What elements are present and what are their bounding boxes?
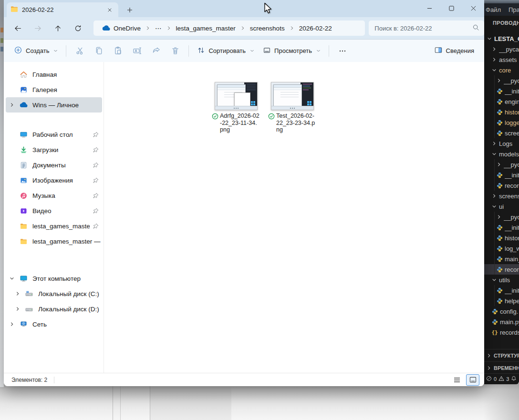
bell-icon[interactable] (511, 376, 517, 382)
chevron-down-icon (491, 204, 497, 209)
warnings-icon[interactable] (498, 376, 504, 382)
tree-folder[interactable]: utils (484, 275, 519, 285)
screen: ФайлПрав ПРОВОДН LESTA_GA __pycac assets… (0, 0, 519, 420)
search-input[interactable] (374, 24, 469, 32)
items-count: Элементов: 2 (11, 377, 47, 383)
maximize-button[interactable] (440, 0, 462, 16)
tree-file[interactable]: scree (484, 128, 519, 138)
breadcrumb-item[interactable]: screenshots (246, 23, 289, 33)
sidebar-item[interactable]: Изображения (6, 173, 102, 188)
chevron-right-icon[interactable] (11, 307, 24, 311)
sidebar-item[interactable]: Загрузки (6, 142, 102, 157)
copy-button[interactable] (89, 43, 108, 59)
details-pane-button[interactable]: Сведения (430, 43, 478, 58)
tree-folder[interactable]: Logs (484, 138, 519, 149)
create-button[interactable]: Создать (10, 43, 62, 59)
breadcrumb-item[interactable]: ⋯ (151, 23, 166, 33)
forward-button[interactable] (30, 20, 46, 36)
view-layout-icon (263, 46, 271, 56)
tab-close-icon[interactable] (105, 5, 114, 15)
vscode-window[interactable]: ФайлПрав ПРОВОДН LESTA_GA __pycac assets… (484, 0, 519, 384)
folder-contents[interactable]: Adrfg_2026-02-22_23-11-34.png Test_2026-… (104, 62, 484, 373)
more-options-button[interactable] (333, 43, 352, 59)
tree-folder[interactable]: __pycac (484, 44, 519, 54)
tree-folder[interactable]: ui (484, 201, 519, 212)
chevron-right-icon[interactable] (6, 322, 18, 327)
tree-folder[interactable]: LESTA_GA (484, 33, 519, 44)
sidebar-item[interactable]: lesta_games_master (6, 218, 102, 234)
errors-count[interactable]: 0 (494, 376, 497, 382)
tree-file[interactable]: histor (484, 233, 519, 243)
tree-folder[interactable]: __pyca (484, 212, 519, 222)
warnings-count[interactable]: 3 (506, 376, 509, 382)
search-box[interactable] (369, 20, 484, 36)
panel-section-header[interactable]: ВРЕМЕНН (484, 361, 519, 374)
tree-item-label: __init_ (505, 224, 519, 231)
tree-file[interactable]: engin (484, 96, 519, 107)
chevron-down-icon[interactable] (6, 276, 18, 281)
errors-icon[interactable] (486, 376, 492, 382)
back-button[interactable] (10, 20, 26, 36)
tree-file[interactable]: main.py (484, 317, 519, 327)
tree-file[interactable]: main_ (484, 254, 519, 264)
tree-folder[interactable]: __pyc (484, 75, 519, 86)
sidebar-item[interactable]: Локальный диск (C:) (6, 286, 102, 301)
sidebar-item[interactable]: lesta_games_master — копия (6, 234, 102, 249)
menu-item[interactable]: Файл (486, 6, 501, 13)
tree-file[interactable]: config. (484, 306, 519, 317)
sidebar-item[interactable]: Этот компьютер (6, 271, 102, 286)
tree-file[interactable]: __init_ (484, 222, 519, 233)
chevron-right-icon[interactable] (6, 102, 18, 107)
chevron-right-icon[interactable] (11, 291, 24, 296)
tree-folder[interactable]: models (484, 149, 519, 159)
tree-item-label: __init_ (505, 287, 519, 294)
tree-file[interactable]: __init_ (484, 86, 519, 96)
breadcrumb-item[interactable]: OneDrive (98, 23, 145, 33)
refresh-button[interactable] (70, 20, 86, 36)
sidebar-item[interactable]: Галерея (6, 82, 102, 97)
sidebar-item[interactable]: Сеть (6, 317, 102, 332)
share-button[interactable] (146, 43, 166, 59)
tree-file[interactable]: {}records (484, 327, 519, 338)
tab-current-folder[interactable]: 2026-02-22 (7, 2, 118, 17)
tree-file[interactable]: __init_ (484, 170, 519, 180)
tree-file[interactable]: record (484, 264, 519, 275)
sidebar-item[interactable]: Рабочий стол (6, 127, 102, 142)
sidebar-item[interactable]: Документы (6, 157, 102, 173)
menu-item[interactable]: Прав (509, 6, 519, 13)
tree-file[interactable]: __init_ (484, 285, 519, 296)
command-toolbar: Создать Сортировать Просмотреть (4, 40, 484, 62)
file-item[interactable]: Test_2026-02-22_23-23-34.png (268, 82, 318, 133)
view-button[interactable]: Просмотреть (259, 43, 325, 59)
close-button[interactable] (462, 0, 484, 16)
panel-section-header[interactable]: СТРУКТУР (484, 349, 519, 361)
tree-folder[interactable]: assets (484, 54, 519, 65)
delete-button[interactable] (166, 43, 185, 59)
list-view-toggle[interactable] (451, 375, 463, 385)
sidebar-item[interactable]: Видео (6, 203, 102, 218)
paste-button[interactable] (108, 43, 127, 59)
cut-button[interactable] (70, 43, 89, 59)
sidebar-item[interactable]: Музыка (6, 188, 102, 203)
minimize-button[interactable] (418, 0, 440, 16)
sidebar-item[interactable]: Главная (6, 67, 102, 82)
tree-file[interactable]: record (484, 180, 519, 191)
breadcrumb-item[interactable]: lesta_games_master (172, 23, 239, 33)
up-button[interactable] (50, 20, 66, 36)
tree-folder[interactable]: core (484, 65, 519, 75)
tree-folder[interactable]: __pyca (484, 159, 519, 170)
breadcrumb-item[interactable]: 2026-02-22 (295, 23, 336, 33)
large-icons-view-toggle[interactable] (466, 374, 479, 386)
sidebar-item[interactable]: Wins — Личное (6, 97, 102, 113)
tree-file[interactable]: helpe (484, 296, 519, 306)
sort-button[interactable]: Сортировать (193, 43, 259, 59)
tree-file[interactable]: histor (484, 107, 519, 117)
sidebar-item[interactable]: Локальный диск (D:) (6, 301, 102, 317)
chevron-right-icon (496, 215, 502, 219)
new-tab-icon[interactable] (125, 5, 135, 15)
tree-folder[interactable]: screens (484, 191, 519, 201)
file-item[interactable]: Adrfg_2026-02-22_23-11-34.png (212, 82, 261, 133)
tree-file[interactable]: logge (484, 117, 519, 128)
rename-button[interactable] (127, 43, 146, 59)
tree-file[interactable]: log_w (484, 243, 519, 254)
